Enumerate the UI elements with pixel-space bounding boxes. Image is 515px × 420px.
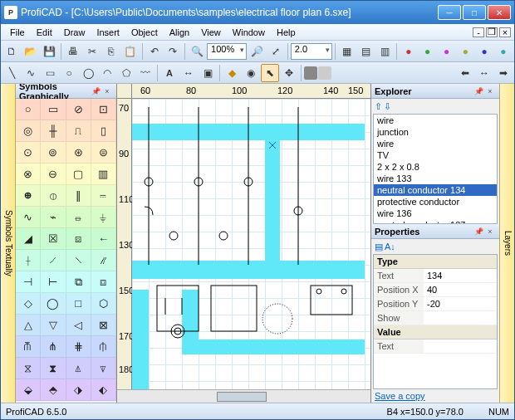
symbol-item[interactable]: ⊠: [91, 315, 116, 335]
symbol-item[interactable]: ⍋: [66, 358, 91, 378]
symbol-item[interactable]: ⬖: [91, 379, 116, 400]
pan-tool[interactable]: ✥: [280, 64, 298, 82]
node-e-button[interactable]: ●: [475, 42, 493, 61]
explorer-item[interactable]: wire 133: [374, 173, 497, 184]
symbol-item[interactable]: ⊡: [91, 99, 116, 120]
symbol-item[interactable]: ⬙: [16, 379, 41, 400]
symbol-item[interactable]: ←: [91, 228, 116, 249]
menu-align[interactable]: Align: [164, 26, 195, 39]
symbol-item[interactable]: ⊜: [91, 142, 116, 163]
maximize-button[interactable]: □: [463, 5, 486, 20]
symbol-item[interactable]: ⊚: [41, 142, 66, 163]
symbol-item[interactable]: ⦶: [41, 185, 66, 206]
symbol-item[interactable]: ☒: [41, 228, 66, 249]
menu-file[interactable]: File: [4, 26, 31, 39]
menu-help[interactable]: Help: [271, 26, 302, 39]
snap-button[interactable]: ▤: [356, 42, 375, 61]
node-d-button[interactable]: ●: [456, 42, 474, 61]
symbol-item[interactable]: ⫚: [16, 336, 41, 357]
menu-draw[interactable]: Draw: [58, 26, 91, 39]
select-tool[interactable]: ⬉: [261, 64, 279, 82]
dim-tool[interactable]: ↔: [179, 64, 198, 82]
zoom-out-button[interactable]: 🔎: [248, 42, 266, 61]
symbol-item[interactable]: ⧉: [66, 271, 91, 292]
symbol-item[interactable]: ▽: [41, 315, 66, 335]
up-arrow-icon[interactable]: ⇧: [375, 101, 382, 112]
symbol-item[interactable]: ⬗: [66, 379, 91, 400]
align-left[interactable]: ⬅: [456, 64, 474, 82]
menu-window[interactable]: Window: [227, 26, 271, 39]
symbol-item[interactable]: ▭: [41, 99, 66, 120]
symbol-item[interactable]: ◁: [66, 315, 91, 335]
symbol-item[interactable]: ⧈: [91, 271, 116, 292]
symbol-item[interactable]: ◢: [16, 228, 41, 249]
node-a-button[interactable]: ●: [400, 42, 418, 61]
close-icon[interactable]: ×: [101, 85, 113, 97]
explorer-item[interactable]: 2 x 2 x 0.8: [374, 161, 497, 173]
symbol-item[interactable]: ○: [16, 99, 41, 120]
symbol-item[interactable]: ⧇: [66, 228, 91, 249]
align-right[interactable]: ➡: [494, 64, 513, 82]
save-button[interactable]: 💾: [41, 42, 59, 61]
symbol-item[interactable]: ⊘: [66, 99, 91, 120]
node-c-button[interactable]: ●: [438, 42, 456, 61]
pin-icon[interactable]: 📌: [90, 85, 101, 97]
mdi-restore[interactable]: ❐: [486, 27, 498, 37]
open-button[interactable]: 📂: [22, 42, 40, 61]
explorer-item[interactable]: TV: [374, 149, 497, 161]
node-f-button[interactable]: ●: [494, 42, 513, 61]
symbol-item[interactable]: ⋔: [41, 336, 66, 357]
symbol-item[interactable]: ⫛: [91, 336, 116, 357]
minimize-button[interactable]: ─: [438, 5, 461, 20]
menu-view[interactable]: View: [195, 26, 227, 39]
cut-button[interactable]: ✂: [83, 42, 101, 61]
fill-button[interactable]: ◆: [223, 64, 241, 82]
align-center[interactable]: ↔: [475, 64, 493, 82]
symbol-item[interactable]: ◯: [41, 293, 66, 314]
explorer-list[interactable]: wirejunctionwireTV2 x 2 x 0.8wire 133neu…: [373, 114, 498, 224]
property-row[interactable]: Text134: [374, 269, 497, 283]
symbol-item[interactable]: ▯: [91, 120, 116, 141]
symbol-item[interactable]: ⊣: [16, 271, 41, 292]
symbol-item[interactable]: ⟊: [16, 250, 41, 271]
arc-tool[interactable]: ◠: [98, 64, 116, 82]
property-row[interactable]: Show: [374, 311, 497, 325]
property-row[interactable]: Text: [374, 339, 497, 354]
explorer-item[interactable]: junction: [374, 126, 497, 138]
explorer-item[interactable]: wire: [374, 115, 497, 126]
symbol-item[interactable]: ⬡: [91, 293, 116, 314]
symbol-item[interactable]: ⊙: [16, 142, 41, 163]
close-icon[interactable]: ×: [484, 226, 496, 237]
picker-button[interactable]: ◉: [242, 64, 260, 82]
symbol-item[interactable]: ▥: [91, 164, 116, 184]
redo-button[interactable]: ↷: [164, 42, 182, 61]
symbol-item[interactable]: ⏚: [91, 207, 116, 227]
symbol-item[interactable]: ◇: [16, 293, 41, 314]
cat-icon[interactable]: ▤: [375, 242, 383, 252]
symbol-item[interactable]: ⏛: [66, 207, 91, 227]
symbol-item[interactable]: ⊢: [41, 271, 66, 292]
grid-button[interactable]: ▦: [338, 42, 356, 61]
text-tool[interactable]: A: [160, 64, 179, 82]
color-b[interactable]: [318, 66, 331, 80]
close-button[interactable]: ✕: [488, 5, 511, 20]
pin-icon[interactable]: 📌: [473, 226, 484, 237]
sort-icon[interactable]: A↓: [385, 242, 395, 252]
node-b-button[interactable]: ●: [419, 42, 437, 61]
undo-button[interactable]: ↶: [145, 42, 164, 61]
ellipse-tool[interactable]: ◯: [79, 64, 97, 82]
symbol-item[interactable]: ⍒: [91, 358, 116, 378]
wire-tool[interactable]: ∿: [22, 64, 40, 82]
symbol-item[interactable]: ⟍: [66, 250, 91, 271]
mdi-close[interactable]: ×: [499, 27, 511, 37]
symbol-item[interactable]: ⊕: [16, 185, 41, 206]
menu-object[interactable]: Object: [125, 26, 164, 39]
symbol-item[interactable]: ◎: [16, 120, 41, 141]
mdi-minimize[interactable]: -: [473, 27, 484, 37]
rect-tool[interactable]: ▭: [41, 64, 59, 82]
layout-button[interactable]: ▥: [375, 42, 394, 61]
new-button[interactable]: 🗋: [2, 42, 21, 61]
pin-icon[interactable]: 📌: [473, 85, 484, 97]
zoom-fit-button[interactable]: ⤢: [267, 42, 285, 61]
sidetab-layers[interactable]: Layers: [499, 84, 514, 403]
